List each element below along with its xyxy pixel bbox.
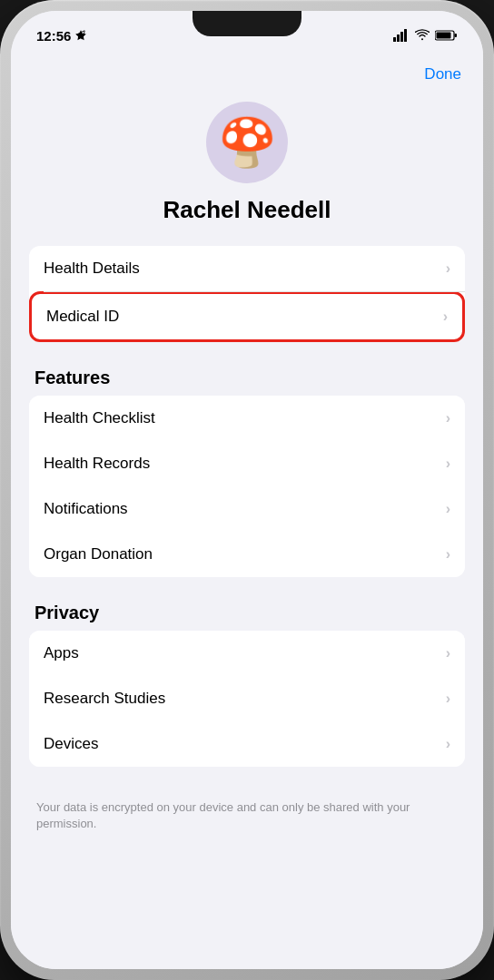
- health-checklist-row[interactable]: Health Checklist ›: [29, 396, 465, 441]
- phone-frame: 12:56: [0, 0, 494, 980]
- health-checklist-label: Health Checklist: [44, 409, 155, 427]
- svg-rect-5: [455, 34, 458, 37]
- status-icons: [393, 29, 458, 42]
- svg-rect-6: [437, 33, 451, 39]
- health-records-chevron: ›: [446, 456, 450, 472]
- notifications-chevron: ›: [446, 501, 450, 517]
- organ-donation-row[interactable]: Organ Donation ›: [29, 532, 465, 577]
- time-display: 12:56: [36, 28, 71, 44]
- status-time: 12:56: [36, 28, 87, 44]
- privacy-list: Apps › Research Studies › Devices ›: [29, 631, 465, 767]
- research-studies-row[interactable]: Research Studies ›: [29, 676, 465, 721]
- health-details-label: Health Details: [44, 260, 140, 278]
- health-checklist-chevron: ›: [446, 410, 450, 426]
- devices-label: Devices: [44, 735, 98, 753]
- notifications-label: Notifications: [44, 500, 128, 518]
- signal-icon: [393, 29, 410, 42]
- screen-content: Done 🍄 Rachel Needell Health Details ›: [11, 54, 483, 969]
- features-header: Features: [29, 368, 465, 396]
- features-list: Health Checklist › Health Records › Noti…: [29, 396, 465, 577]
- privacy-header: Privacy: [29, 603, 465, 631]
- devices-chevron: ›: [446, 736, 450, 752]
- apps-label: Apps: [44, 644, 79, 662]
- svg-rect-0: [393, 37, 396, 42]
- health-records-label: Health Records: [44, 455, 150, 473]
- phone-screen: 12:56: [11, 11, 483, 969]
- avatar: 🍄: [206, 102, 288, 183]
- footer-text: Your data is encrypted on your device an…: [36, 800, 410, 830]
- medical-id-row[interactable]: Medical ID ›: [32, 294, 462, 339]
- features-section: Features Health Checklist › Health Recor…: [29, 368, 465, 577]
- organ-donation-label: Organ Donation: [44, 545, 153, 564]
- user-name: Rachel Needell: [163, 196, 331, 224]
- wifi-icon: [415, 29, 430, 42]
- research-studies-label: Research Studies: [44, 690, 165, 708]
- notifications-row[interactable]: Notifications ›: [29, 486, 465, 532]
- top-section: Health Details › Medical ID ›: [29, 246, 465, 342]
- avatar-emoji: 🍄: [218, 115, 277, 171]
- svg-rect-2: [400, 32, 403, 42]
- svg-rect-1: [397, 34, 400, 42]
- organ-donation-chevron: ›: [446, 546, 450, 563]
- devices-row[interactable]: Devices ›: [29, 721, 465, 767]
- notch: [193, 11, 301, 36]
- health-records-row[interactable]: Health Records ›: [29, 441, 465, 486]
- research-studies-chevron: ›: [446, 691, 450, 707]
- health-details-row[interactable]: Health Details ›: [29, 246, 465, 291]
- health-details-chevron: ›: [446, 260, 450, 277]
- privacy-section: Privacy Apps › Research Studies › Device…: [29, 603, 465, 767]
- location-icon: [74, 29, 87, 42]
- avatar-section: 🍄 Rachel Needell: [11, 87, 483, 246]
- medical-id-chevron: ›: [443, 309, 448, 325]
- apps-chevron: ›: [446, 645, 450, 662]
- svg-rect-3: [404, 29, 407, 42]
- done-button[interactable]: Done: [424, 62, 461, 87]
- header-bar: Done: [11, 54, 483, 87]
- footer: Your data is encrypted on your device an…: [11, 792, 483, 850]
- medical-id-card: Medical ID ›: [29, 291, 465, 342]
- apps-row[interactable]: Apps ›: [29, 631, 465, 676]
- medical-id-label: Medical ID: [46, 308, 119, 326]
- battery-icon: [435, 29, 458, 42]
- top-card: Health Details › Medical ID ›: [29, 246, 465, 342]
